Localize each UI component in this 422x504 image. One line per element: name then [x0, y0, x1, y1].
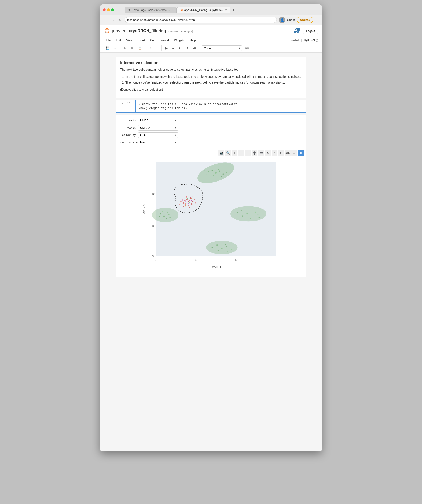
svg-point-65 — [237, 212, 238, 213]
widget-row-colorscale: colorscale hsv viridis plasma rainbow ▾ — [116, 140, 306, 145]
cell-type-select[interactable]: Code Markdown Raw — [202, 45, 242, 51]
menu-file[interactable]: File — [104, 38, 113, 43]
copy-button[interactable]: ⎘ — [129, 45, 135, 51]
more-options-button[interactable]: ⋮ — [315, 18, 319, 22]
menu-insert[interactable]: Insert — [135, 38, 147, 43]
svg-point-18 — [219, 170, 220, 172]
plot-area: 0 5 10 0 5 10 UMAP2 UMAP1 — [120, 160, 302, 270]
svg-point-3 — [296, 29, 296, 30]
x-tick-5: 5 — [195, 258, 197, 261]
plotly-bar-btn[interactable]: ▦ — [298, 150, 304, 156]
svg-point-70 — [259, 217, 260, 218]
add-cell-button[interactable]: + — [112, 45, 118, 51]
plotly-home-btn[interactable]: ⌂ — [271, 150, 277, 156]
jupyter-right: Logout — [293, 27, 318, 34]
kernel-status-circle — [316, 39, 318, 42]
svg-point-30 — [187, 201, 189, 202]
plotly-lasso-btn[interactable]: ⬡ — [245, 150, 251, 156]
plotly-camera-btn[interactable]: 📷 — [218, 150, 224, 156]
skip-button[interactable]: ⏭ — [191, 45, 198, 51]
plotly-zoom-btn[interactable]: 🔍 — [225, 150, 231, 156]
colorby-select-wrapper: theta x y z ▾ — [138, 132, 178, 138]
restart-button[interactable]: ↺ — [184, 45, 190, 51]
svg-point-25 — [221, 176, 222, 177]
menu-kernel[interactable]: Kernel — [158, 38, 171, 43]
xaxis-select[interactable]: UMAP1 UMAP2 — [138, 118, 178, 123]
save-button[interactable]: 💾 — [104, 45, 111, 51]
plotly-close-btn[interactable]: ✕ — [265, 150, 271, 156]
x-axis-label: UMAP1 — [210, 265, 221, 269]
menu-help[interactable]: Help — [188, 38, 198, 43]
plotly-zoomin-btn[interactable]: + — [232, 150, 237, 156]
tab-close-home[interactable]: ✕ — [171, 9, 173, 12]
menu-widgets[interactable]: Widgets — [172, 38, 187, 43]
tab-jupyter[interactable]: ◉ cryoDRGN_filtering - Jupyter N… ✕ — [177, 7, 230, 13]
menu-cell[interactable]: Cell — [148, 38, 157, 43]
svg-point-51 — [187, 198, 188, 199]
svg-point-80 — [218, 250, 219, 251]
svg-point-57 — [163, 216, 165, 217]
plotly-addtrace-btn[interactable]: ➕ — [252, 150, 257, 156]
x-tick-0: 0 — [155, 258, 157, 261]
colorby-select[interactable]: theta x y z — [138, 132, 178, 138]
cut-button[interactable]: ✂ — [122, 45, 129, 51]
svg-point-35 — [192, 201, 193, 202]
plotly-pan-btn[interactable]: ◀▶ — [285, 150, 290, 156]
guest-label: Guest — [287, 18, 295, 22]
svg-point-63 — [167, 212, 168, 213]
markdown-cell: Interactive selection The next two cells… — [116, 57, 306, 98]
svg-point-82 — [227, 251, 228, 252]
xaxis-select-wrapper: UMAP1 UMAP2 ▾ — [138, 118, 178, 123]
svg-point-47 — [185, 200, 186, 201]
new-tab-button[interactable]: + — [231, 7, 236, 13]
move-up-button[interactable]: ↑ — [148, 45, 153, 51]
minimize-button[interactable] — [107, 8, 110, 11]
svg-point-61 — [169, 217, 171, 218]
move-down-button[interactable]: ↓ — [154, 45, 160, 51]
jupyter-title-text: jupyter — [112, 28, 126, 33]
forward-button[interactable]: → — [110, 18, 116, 22]
trusted-badge: Trusted — [290, 39, 299, 42]
menu-edit[interactable]: Edit — [114, 38, 123, 43]
paste-button[interactable]: 📋 — [136, 45, 144, 51]
svg-point-32 — [189, 200, 190, 201]
plotly-select-btn[interactable]: ⊞ — [238, 150, 244, 156]
y-tick-10: 10 — [152, 192, 155, 195]
stop-icon: ■ — [179, 46, 181, 50]
plotly-undo-btn[interactable]: ↩ — [278, 150, 284, 156]
svg-point-22 — [205, 170, 205, 171]
tab-close-jupyter[interactable]: ✕ — [225, 8, 227, 11]
svg-point-50 — [191, 200, 192, 201]
address-input[interactable] — [125, 17, 277, 23]
colorscale-select[interactable]: hsv viridis plasma rainbow — [138, 140, 178, 145]
down-icon: ↓ — [156, 46, 157, 50]
close-button[interactable] — [103, 8, 106, 11]
run-button[interactable]: ▶ Run — [163, 45, 176, 51]
keyboard-shortcut-button[interactable]: ⌨ — [243, 45, 251, 51]
menu-view[interactable]: View — [124, 38, 134, 43]
tab-home[interactable]: ↺ Home Page - Select or create … ✕ — [125, 7, 177, 13]
tab-label-home: Home Page - Select or create … — [132, 8, 170, 12]
browser-window: ↺ Home Page - Select or create … ✕ ◉ cry… — [100, 4, 322, 451]
run-label: Run — [169, 47, 174, 50]
add-icon: + — [114, 46, 116, 50]
svg-point-64 — [230, 206, 266, 222]
stop-button[interactable]: ■ — [177, 45, 182, 51]
plotly-deltrace-btn[interactable]: ➖ — [258, 150, 264, 156]
xaxis-label: xaxis — [120, 119, 136, 122]
run-next-cell-bold: run the next cell — [184, 81, 207, 84]
tab-label-jupyter: cryoDRGN_filtering - Jupyter N… — [184, 8, 223, 12]
update-button[interactable]: Update — [296, 17, 313, 23]
back-button[interactable]: ← — [103, 18, 108, 22]
logout-button[interactable]: Logout — [303, 28, 318, 34]
svg-point-56 — [160, 213, 161, 214]
plotly-line-btn[interactable]: ═ — [291, 150, 297, 156]
yaxis-select[interactable]: UMAP2 UMAP1 — [138, 125, 178, 131]
svg-point-55 — [152, 208, 179, 222]
svg-point-60 — [162, 211, 163, 212]
refresh-button[interactable]: ↻ — [118, 17, 123, 22]
cell-code-content[interactable]: widget, fig, ind_table = analysis.ipy_pl… — [136, 100, 306, 112]
paste-icon: 📋 — [138, 46, 142, 50]
save-icon: 💾 — [106, 46, 109, 50]
maximize-button[interactable] — [111, 8, 114, 11]
